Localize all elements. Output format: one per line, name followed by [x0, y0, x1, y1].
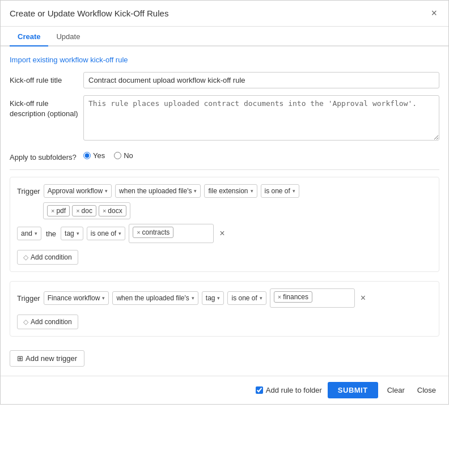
trigger-2-condition-dropdown[interactable]: is one of ▾ — [227, 291, 266, 305]
close-icon[interactable]: × — [429, 7, 439, 19]
trigger-1-add-condition-btn[interactable]: ◇ Add condition — [17, 250, 78, 265]
kickoff-title-row: Kick-off rule title — [10, 72, 439, 88]
tabs-container: Create Update — [1, 27, 448, 46]
trigger-2-workflow-value: Finance workflow — [48, 294, 100, 302]
trigger-1-isoneof-value: is one of — [91, 230, 116, 237]
trigger-2-workflow-arrow: ▾ — [102, 295, 105, 301]
submit-button[interactable]: SUBMIT — [328, 382, 378, 398]
trigger-1-tag-value: tag — [65, 230, 74, 237]
tag-chip-contracts-label: contracts — [142, 228, 170, 236]
divider-1 — [10, 169, 439, 170]
kickoff-title-label: Kick-off rule title — [10, 72, 83, 86]
radio-yes-label: Yes — [93, 151, 105, 160]
tag-chip-finances-label: finances — [283, 293, 308, 301]
trigger-1-when-arrow: ▾ — [194, 188, 197, 194]
tag-chip-pdf-label: pdf — [56, 207, 66, 215]
tag-chip-finances: × finances — [274, 291, 312, 303]
kickoff-desc-row: Kick-off rule description (optional) Thi… — [10, 95, 439, 142]
tab-update[interactable]: Update — [48, 27, 88, 46]
trigger-2-when-value: when the uploaded file's — [116, 294, 189, 302]
trigger-1-tag-dropdown[interactable]: tag ▾ — [61, 227, 83, 240]
radio-yes[interactable]: Yes — [83, 151, 105, 160]
add-new-trigger-btn[interactable]: ⊞ Add new trigger — [10, 350, 84, 367]
apply-subfolders-label: Apply to subfolders? — [10, 149, 83, 163]
trigger-1-condition-tags-area[interactable]: × contracts — [129, 224, 214, 243]
tag-chip-finances-remove[interactable]: × — [278, 294, 281, 300]
trigger-2-condition-arrow: ▾ — [260, 295, 262, 301]
trigger-2-tags-area[interactable]: × finances — [270, 288, 355, 308]
radio-yes-input[interactable] — [83, 152, 91, 159]
trigger-2-condition-value: is one of — [231, 294, 257, 302]
tag-chip-contracts: × contracts — [133, 227, 173, 238]
kickoff-desc-label: Kick-off rule description (optional) — [10, 95, 83, 119]
trigger-1-section: Trigger Approval workflow ▾ when the upl… — [10, 177, 439, 272]
trigger-1-tags-area[interactable]: × pdf × doc × docx — [43, 202, 130, 219]
tab-create[interactable]: Create — [10, 27, 48, 46]
trigger-2-add-condition-label: Add condition — [31, 318, 72, 326]
modal-body: Import existing workflow kick-off rule K… — [1, 46, 448, 376]
trigger-2-label: Trigger — [17, 294, 40, 303]
kickoff-desc-wrap: This rule places uploaded contract docum… — [83, 95, 439, 142]
tag-chip-doc-remove[interactable]: × — [76, 207, 79, 214]
radio-no[interactable]: No — [114, 151, 133, 160]
trigger-1-workflow-arrow: ▾ — [105, 188, 108, 194]
trigger-2-add-condition-btn[interactable]: ◇ Add condition — [17, 314, 78, 329]
modal-title: Create or Update Workflow Kick-Off Rules — [10, 8, 168, 18]
trigger-1-when-dropdown[interactable]: when the uploaded file's ▾ — [115, 184, 201, 198]
tag-chip-docx: × docx — [99, 205, 126, 216]
trigger-2-when-dropdown[interactable]: when the uploaded file's ▾ — [112, 291, 198, 305]
clear-button[interactable]: Clear — [384, 382, 408, 398]
trigger-1-condition-remove-btn[interactable]: × — [217, 228, 227, 239]
modal-header: Create or Update Workflow Kick-Off Rules… — [1, 1, 448, 27]
tag-chip-pdf-remove[interactable]: × — [51, 207, 54, 214]
modal-container: Create or Update Workflow Kick-Off Rules… — [0, 0, 449, 405]
trigger-1-and-value: and — [21, 230, 32, 237]
trigger-2-when-arrow: ▾ — [192, 295, 194, 301]
trigger-1-condition-value: is one of — [265, 187, 290, 195]
tag-chip-docx-remove[interactable]: × — [103, 207, 106, 214]
trigger-1-the-label: the — [45, 230, 57, 238]
trigger-1-field-arrow: ▾ — [251, 188, 253, 194]
tag-chip-docx-label: docx — [108, 207, 122, 215]
kickoff-desc-input[interactable]: This rule places uploaded contract docum… — [83, 95, 439, 141]
plus-icon: ⊞ — [17, 354, 23, 363]
trigger-1-and-dropdown[interactable]: and ▾ — [17, 227, 41, 240]
trigger-1-isoneof-arrow: ▾ — [118, 231, 121, 236]
modal-footer: Add rule to folder SUBMIT Clear Close — [1, 376, 448, 404]
trigger-1-row: Trigger Approval workflow ▾ when the upl… — [17, 184, 432, 198]
kickoff-title-input[interactable] — [83, 72, 439, 88]
trigger-1-add-condition-label: Add condition — [31, 253, 72, 261]
trigger-1-condition-arrow: ▾ — [293, 188, 295, 194]
trigger-1-condition-dropdown[interactable]: is one of ▾ — [261, 184, 299, 198]
add-rule-checkbox-label[interactable]: Add rule to folder — [256, 386, 322, 394]
trigger-2-remove-btn[interactable]: × — [358, 293, 368, 303]
tag-chip-doc: × doc — [72, 205, 96, 216]
diamond-icon-1: ◇ — [23, 253, 28, 261]
footer-close-button[interactable]: Close — [414, 382, 439, 398]
trigger-1-and-arrow: ▾ — [35, 231, 37, 236]
radio-no-label: No — [124, 151, 133, 160]
apply-subfolders-row: Apply to subfolders? Yes No — [10, 149, 439, 163]
trigger-2-section: Trigger Finance workflow ▾ when the uplo… — [10, 281, 439, 337]
trigger-1-isoneof-dropdown[interactable]: is one of ▾ — [87, 227, 125, 240]
trigger-2-workflow-dropdown[interactable]: Finance workflow ▾ — [44, 291, 109, 305]
add-rule-checkbox[interactable] — [256, 386, 263, 394]
trigger-1-workflow-dropdown[interactable]: Approval workflow ▾ — [44, 184, 112, 198]
add-rule-label: Add rule to folder — [266, 386, 322, 394]
tag-chip-pdf: × pdf — [47, 205, 70, 216]
apply-subfolders-wrap: Yes No — [83, 149, 439, 160]
trigger-1-label: Trigger — [17, 187, 40, 196]
tag-chip-contracts-remove[interactable]: × — [137, 229, 140, 236]
trigger-2-field-arrow: ▾ — [217, 295, 220, 301]
import-link[interactable]: Import existing workflow kick-off rule — [10, 56, 128, 64]
add-trigger-label: Add new trigger — [26, 354, 77, 363]
trigger-2-field-dropdown[interactable]: tag ▾ — [202, 291, 224, 305]
tag-chip-doc-label: doc — [82, 207, 92, 215]
radio-no-input[interactable] — [114, 152, 121, 159]
radio-group: Yes No — [83, 149, 439, 160]
trigger-1-tags-row: × pdf × doc × docx — [17, 202, 432, 219]
kickoff-title-wrap — [83, 72, 439, 88]
trigger-1-field-dropdown[interactable]: file extension ▾ — [204, 184, 257, 198]
trigger-2-row: Trigger Finance workflow ▾ when the uplo… — [17, 288, 432, 308]
trigger-1-condition-row: and ▾ the tag ▾ is one of ▾ × contracts — [17, 224, 432, 243]
